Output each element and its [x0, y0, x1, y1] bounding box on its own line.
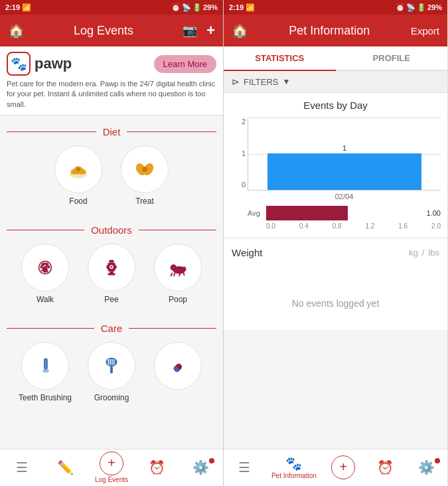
left-nav-log-events[interactable]: + Log Events	[95, 451, 128, 483]
svg-point-21	[171, 264, 177, 271]
svg-point-19	[111, 266, 113, 268]
unit-kg[interactable]: kg	[409, 248, 418, 258]
right-wifi-icon: 📡	[406, 3, 415, 12]
y-axis: 2 1 0	[230, 118, 248, 201]
left-nav-alarm[interactable]: ⏰	[143, 459, 172, 475]
poop-icon-circle	[154, 244, 202, 291]
y-label-0: 0	[242, 181, 248, 189]
outdoors-section: Outdoors	[0, 214, 223, 312]
wifi-icon: 📡	[182, 3, 191, 12]
svg-point-2	[76, 167, 80, 171]
svg-rect-12	[109, 260, 114, 263]
battery-pct: 29%	[203, 3, 218, 11]
left-nav-edit[interactable]: ✏️	[51, 459, 80, 475]
svg-rect-17	[108, 274, 115, 276]
svg-point-5	[142, 167, 147, 172]
x-axis-08: 0.8	[333, 222, 342, 230]
add-icon[interactable]: +	[206, 22, 215, 39]
export-button[interactable]: Export	[411, 25, 439, 37]
camera-icon[interactable]: 📷	[183, 23, 197, 38]
right-header: 🏠 Pet Information Export	[224, 15, 447, 46]
poop-item[interactable]: Poop	[148, 244, 208, 304]
weight-title: Weight	[232, 247, 262, 258]
pawp-banner: 🐾 pawp Learn More Pet care for the moder…	[0, 46, 223, 116]
diet-grid: Food Treat	[0, 143, 223, 208]
left-nav-list[interactable]: ☰	[7, 459, 37, 475]
bar-chart-area: 1 02/04	[248, 118, 441, 201]
right-nav-list[interactable]: ☰	[230, 459, 259, 475]
walk-item[interactable]: Walk	[15, 244, 75, 304]
teeth-brushing-item[interactable]: Teeth Brushing	[15, 342, 75, 402]
tab-statistics[interactable]: STATISTICS	[224, 46, 336, 71]
care-section-title: Care	[101, 323, 123, 334]
medication-item[interactable]	[148, 342, 208, 402]
alarm-nav-icon: ⏰	[149, 459, 165, 475]
walk-icon	[33, 255, 58, 280]
food-item[interactable]: Food	[48, 145, 108, 206]
left-header-title: Log Events	[74, 24, 133, 38]
outdoors-line-right	[139, 230, 216, 230]
no-events-text: No events logged yet	[232, 285, 439, 322]
right-pet-info-label: Pet Information	[271, 472, 317, 479]
right-nav-alarm[interactable]: ⏰	[370, 459, 400, 475]
x-axis-20: 2.0	[431, 222, 441, 230]
right-scroll-content: Events by Day 2 1 0	[224, 93, 447, 449]
list-icon: ☰	[16, 459, 28, 475]
log-events-nav-label: Log Events	[95, 476, 128, 483]
grooming-icon	[99, 353, 124, 378]
learn-more-button[interactable]: Learn More	[154, 55, 216, 73]
right-home-icon[interactable]: 🏠	[232, 23, 248, 39]
poop-icon	[165, 255, 190, 280]
unit-lbs[interactable]: lbs	[428, 248, 439, 258]
y-label-2: 2	[242, 118, 248, 125]
x-axis-numbers: 0.0 0.4 0.8 1.2 1.6 2.0	[230, 222, 441, 230]
treat-icon-circle	[121, 145, 169, 193]
food-icon-circle	[54, 145, 102, 193]
left-header: 🏠 Log Events 📷 +	[0, 15, 223, 46]
treat-label: Treat	[135, 197, 154, 206]
filters-label[interactable]: FILTERS	[244, 77, 279, 87]
unit-divider: /	[422, 248, 425, 258]
left-status-bar: 2:19 📶 ⏰ 📡 🔋 29%	[0, 0, 223, 15]
treat-icon	[132, 157, 157, 182]
walk-icon-circle	[21, 244, 69, 291]
x-label-date: 02/04	[335, 193, 354, 201]
right-list-icon: ☰	[238, 459, 250, 475]
outdoors-section-title: Outdoors	[91, 224, 132, 236]
svg-point-8	[45, 263, 48, 266]
left-nav-settings[interactable]: ⚙️	[187, 459, 216, 475]
care-grid: Teeth Brushing	[0, 339, 223, 405]
alarm-icon: ⏰	[171, 3, 181, 12]
pawp-logo: 🐾 pawp	[7, 52, 72, 76]
filters-bar: ⊳ FILTERS ▼	[224, 71, 447, 93]
chart-container: 2 1 0 1	[230, 118, 441, 230]
right-nav-settings[interactable]: ⚙️	[412, 459, 441, 475]
avg-label: Avg	[248, 209, 266, 217]
medication-icon-circle	[154, 342, 202, 390]
right-plus-icon: +	[340, 459, 348, 475]
log-events-circle: +	[100, 451, 123, 475]
filter-funnel-icon: ⊳	[232, 76, 240, 87]
avg-bar	[266, 206, 348, 220]
food-label: Food	[69, 197, 87, 206]
poop-label: Poop	[169, 295, 187, 304]
left-bottom-nav: ☰ ✏️ + Log Events ⏰ ⚙️	[0, 449, 223, 486]
care-line-left	[7, 328, 94, 329]
settings-badge	[209, 458, 214, 463]
x-axis-04: 0.4	[299, 222, 309, 230]
svg-line-22	[171, 274, 173, 276]
diet-section: Diet Food	[0, 116, 223, 214]
grooming-item[interactable]: Grooming	[82, 342, 141, 402]
teeth-brushing-label: Teeth Brushing	[19, 393, 72, 402]
treat-item[interactable]: Treat	[115, 145, 175, 206]
right-time: 2:19	[229, 3, 244, 11]
svg-point-9	[40, 266, 42, 268]
pee-label: Pee	[104, 295, 118, 304]
pee-item[interactable]: Pee	[82, 244, 141, 304]
right-nav-add[interactable]: +	[329, 455, 358, 479]
right-alarm-icon: ⏰	[377, 459, 394, 475]
tab-profile[interactable]: PROFILE	[336, 46, 448, 71]
right-battery-icon: 🔋	[417, 3, 426, 12]
left-home-icon[interactable]: 🏠	[8, 23, 25, 39]
right-nav-pet-info[interactable]: 🐾 Pet Information	[271, 455, 317, 479]
